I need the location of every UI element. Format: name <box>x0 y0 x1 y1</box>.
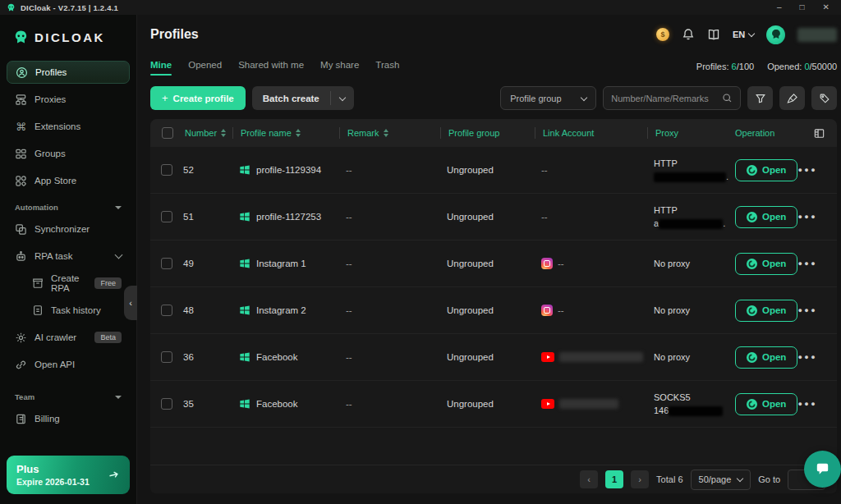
prev-page-button[interactable]: ‹ <box>580 470 598 488</box>
sidebar-item-groups[interactable]: Groups <box>7 142 130 165</box>
maximize-button[interactable]: □ <box>800 3 805 11</box>
sidebar-item-app-store[interactable]: App Store <box>7 169 130 192</box>
more-actions-button[interactable]: ●●● <box>797 353 817 361</box>
support-chat-button[interactable] <box>804 451 841 488</box>
brand-wordmark: DICLOAK <box>34 30 105 44</box>
instagram-icon <box>541 305 553 316</box>
sidebar-item-billing[interactable]: Billing <box>7 407 130 430</box>
language-selector[interactable]: EN <box>733 30 754 39</box>
open-profile-button[interactable]: Open <box>735 346 797 369</box>
column-proxy: Proxy <box>654 119 732 147</box>
avatar[interactable] <box>766 25 785 44</box>
docs-book-icon[interactable] <box>707 28 720 41</box>
create-profile-button[interactable]: + Create profile <box>150 86 246 110</box>
cell-group: Ungrouped <box>447 212 541 222</box>
column-profile-group: Profile group <box>447 119 541 147</box>
row-checkbox[interactable] <box>161 351 172 363</box>
table-row[interactable]: 52 profile-1129394 -- Ungrouped -- HTTP … <box>150 147 837 194</box>
open-profile-button[interactable]: Open <box>735 253 797 275</box>
cell-number: 48 <box>183 305 239 315</box>
sidebar-item-task-history[interactable]: Task history <box>7 299 130 322</box>
column-number[interactable]: Number <box>183 119 239 147</box>
close-button[interactable]: ✕ <box>823 3 830 11</box>
cell-remark: -- <box>346 259 447 268</box>
row-checkbox[interactable] <box>161 305 172 316</box>
tab-mine[interactable]: Mine <box>150 60 172 73</box>
windows-icon <box>239 211 250 222</box>
sidebar-item-extensions[interactable]: ⌘ Extensions <box>7 115 130 138</box>
table-row[interactable]: 48 Instagram 2 -- Ungrouped -- No proxy … <box>150 287 837 334</box>
table-row[interactable]: 49 Instagram 1 -- Ungrouped -- No proxy … <box>150 241 837 287</box>
open-profile-button[interactable]: Open <box>735 159 797 181</box>
sidebar-item-ai-crawler[interactable]: AI crawler Beta <box>7 326 130 349</box>
row-checkbox[interactable] <box>161 164 172 176</box>
open-profile-button[interactable]: Open <box>735 300 797 322</box>
tab-my-share[interactable]: My share <box>320 60 359 73</box>
sidebar-item-open-api[interactable]: Open API <box>7 353 130 376</box>
sidebar-section-team[interactable]: Team <box>7 386 130 407</box>
profile-group-filter[interactable]: Profile group <box>500 86 596 110</box>
sidebar-item-label: Synchronizer <box>34 224 90 234</box>
cell-proxy: HTTP a. <box>654 204 732 230</box>
tab-shared-with-me[interactable]: Shared with me <box>238 60 304 73</box>
more-actions-button[interactable]: ●●● <box>797 306 817 314</box>
page-title: Profiles <box>150 27 199 42</box>
cell-remark: -- <box>346 352 447 362</box>
arrow-right-icon <box>106 467 121 482</box>
instagram-icon <box>541 258 553 269</box>
sidebar-section-automation[interactable]: Automation <box>7 196 130 218</box>
column-settings-icon[interactable] <box>813 127 825 140</box>
row-checkbox[interactable] <box>161 258 172 269</box>
browser-icon <box>747 399 757 410</box>
chevron-down-icon <box>581 94 587 100</box>
synchronizer-icon <box>15 223 27 236</box>
plan-card[interactable]: Plus Expire 2026-01-31 <box>7 456 130 494</box>
profiles-icon <box>16 66 28 79</box>
minimize-button[interactable]: – <box>777 3 782 11</box>
open-profile-button[interactable]: Open <box>735 393 797 415</box>
sidebar-item-proxies[interactable]: Proxies <box>7 88 130 111</box>
sidebar-collapse-handle[interactable]: ‹ <box>124 286 137 320</box>
table-row[interactable]: 35 Facebook -- Ungrouped SOCKS5 146 <box>150 381 837 428</box>
batch-create-dropdown[interactable] <box>331 86 354 110</box>
robot-icon <box>15 250 27 263</box>
batch-create-button[interactable]: Batch create <box>252 86 354 110</box>
row-checkbox[interactable] <box>161 211 172 222</box>
next-page-button[interactable]: › <box>631 470 649 488</box>
tag-button[interactable] <box>811 86 837 110</box>
table-row[interactable]: 51 profile-1127253 -- Ungrouped -- HTTP … <box>150 194 837 241</box>
bell-icon[interactable] <box>682 28 695 41</box>
cell-proxy: SOCKS5 146 <box>654 391 732 417</box>
sidebar-item-profiles[interactable]: Profiles <box>7 61 130 84</box>
current-page[interactable]: 1 <box>605 470 623 488</box>
open-profile-button[interactable]: Open <box>735 206 797 228</box>
search-icon[interactable] <box>722 93 733 103</box>
tab-opened[interactable]: Opened <box>188 60 222 73</box>
sidebar-item-rpa-task[interactable]: RPA task <box>7 245 130 268</box>
search-input[interactable] <box>611 94 717 103</box>
sidebar-item-label: Extensions <box>34 121 80 131</box>
more-actions-button[interactable]: ●●● <box>797 259 817 268</box>
coin-icon[interactable]: $ <box>656 28 669 41</box>
select-all-checkbox[interactable] <box>162 127 173 139</box>
free-badge: Free <box>94 277 122 289</box>
more-actions-button[interactable]: ●●● <box>797 166 817 174</box>
column-profile-name[interactable]: Profile name <box>239 119 346 147</box>
sidebar-item-create-rpa[interactable]: Create RPA Free <box>7 272 130 295</box>
more-actions-button[interactable]: ●●● <box>797 400 817 408</box>
filter-button[interactable] <box>747 86 773 110</box>
goto-label: Go to <box>758 474 780 484</box>
tab-trash[interactable]: Trash <box>375 60 399 73</box>
chat-icon <box>814 460 831 478</box>
cell-group: Ungrouped <box>447 259 541 268</box>
sidebar-item-synchronizer[interactable]: Synchronizer <box>7 218 130 241</box>
plus-icon: + <box>162 92 168 104</box>
more-actions-button[interactable]: ●●● <box>797 213 817 221</box>
column-remark[interactable]: Remark <box>346 119 447 147</box>
clean-button[interactable] <box>779 86 805 110</box>
table-row[interactable]: 36 Facebook -- Ungrouped No proxy Open <box>150 334 837 381</box>
page-size-select[interactable]: 50/page <box>691 470 751 490</box>
cell-link-account: -- <box>541 305 654 316</box>
row-checkbox[interactable] <box>161 398 172 410</box>
browser-icon <box>747 165 757 176</box>
